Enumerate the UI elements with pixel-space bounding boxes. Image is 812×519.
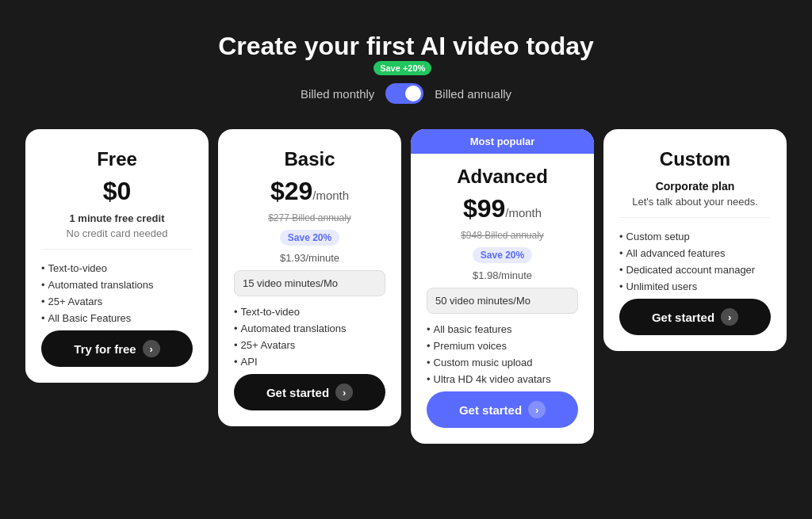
billed-annually-basic: $277 Billed annualy	[234, 212, 385, 223]
feature-custom-2: All advanced features	[619, 247, 771, 259]
feature-custom-4: Unlimited users	[619, 280, 771, 292]
billing-toggle-row: Billed monthly Save +20% Billed annually	[301, 83, 511, 104]
save-pill-advanced: Save 20%	[473, 247, 532, 263]
cta-button-free[interactable]: Try for free ›	[41, 330, 193, 367]
feature-free-2: Automated translations	[41, 279, 193, 291]
divider-free	[41, 249, 193, 250]
feature-custom-1: Custom setup	[619, 231, 771, 242]
plan-name-basic: Basic	[234, 148, 385, 170]
plan-subtitle2-free: No credit card needed	[41, 227, 193, 239]
corporate-talk-label: Let's talk about your needs.	[619, 196, 771, 208]
feature-basic-2: Automated translations	[234, 322, 385, 334]
per-minute-advanced: $1.98/minute	[427, 269, 578, 281]
per-minute-basic: $1.93/minute	[234, 252, 385, 264]
page-title: Create your first AI video today	[218, 32, 594, 61]
plan-price-advanced: $99/month	[427, 194, 578, 223]
feature-advanced-3: Custom music upload	[427, 357, 578, 368]
plans-row: Free $0 1 minute free credit No credit c…	[25, 129, 787, 444]
billing-monthly-label: Billed monthly	[301, 87, 374, 101]
cta-arrow-basic: ›	[335, 384, 353, 401]
plan-subtitle1-free: 1 minute free credit	[41, 212, 193, 224]
save-badge: Save +20%	[373, 61, 431, 75]
cta-arrow-advanced: ›	[528, 401, 546, 418]
billing-toggle[interactable]: Save +20%	[385, 83, 423, 104]
plan-card-custom: Custom Corporate plan Let's talk about y…	[603, 129, 787, 351]
save-pill-basic: Save 20%	[280, 230, 339, 246]
features-list-free: Text-to-video Automated translations 25+…	[41, 262, 193, 324]
feature-free-3: 25+ Avatars	[41, 296, 193, 307]
cta-arrow-custom: ›	[721, 308, 738, 326]
cta-button-custom[interactable]: Get started ›	[619, 299, 771, 335]
plan-price-free: $0	[41, 177, 193, 206]
feature-basic-1: Text-to-video	[234, 306, 385, 318]
toggle-thumb	[405, 86, 421, 101]
feature-advanced-2: Premium voices	[427, 340, 578, 352]
feature-basic-4: API	[234, 356, 385, 368]
feature-free-4: All Basic Features	[41, 312, 193, 324]
plan-card-free: Free $0 1 minute free credit No credit c…	[25, 129, 209, 383]
feature-advanced-1: All basic features	[427, 323, 578, 335]
video-minutes-input-basic[interactable]	[234, 270, 385, 296]
plan-name-free: Free	[41, 148, 193, 170]
cta-button-basic[interactable]: Get started ›	[234, 374, 385, 410]
cta-button-advanced[interactable]: Get started ›	[427, 391, 578, 428]
corporate-plan-label: Corporate plan	[619, 180, 771, 193]
feature-advanced-4: Ultra HD 4k video avatars	[427, 373, 578, 385]
feature-free-1: Text-to-video	[41, 262, 193, 274]
plan-card-advanced: Most popular Advanced $99/month $948 Bil…	[411, 129, 594, 444]
plan-name-custom: Custom	[619, 148, 771, 170]
plan-card-basic: Basic $29/month $277 Billed annualy Save…	[218, 129, 401, 426]
billed-annually-advanced: $948 Billed annualy	[427, 230, 578, 241]
feature-basic-3: 25+ Avatars	[234, 339, 385, 351]
cta-arrow-free: ›	[143, 340, 160, 357]
divider-custom	[619, 217, 771, 218]
features-list-basic: Text-to-video Automated translations 25+…	[234, 306, 385, 368]
billing-annually-label: Billed annually	[435, 87, 511, 101]
popular-badge: Most popular	[411, 129, 594, 154]
feature-custom-3: Dedicated account manager	[619, 264, 771, 276]
features-list-advanced: All basic features Premium voices Custom…	[427, 323, 578, 385]
plan-name-advanced: Advanced	[427, 166, 578, 188]
video-minutes-input-advanced[interactable]	[427, 288, 578, 314]
plan-price-basic: $29/month	[234, 177, 385, 206]
features-list-custom: Custom setup All advanced features Dedic…	[619, 231, 771, 292]
